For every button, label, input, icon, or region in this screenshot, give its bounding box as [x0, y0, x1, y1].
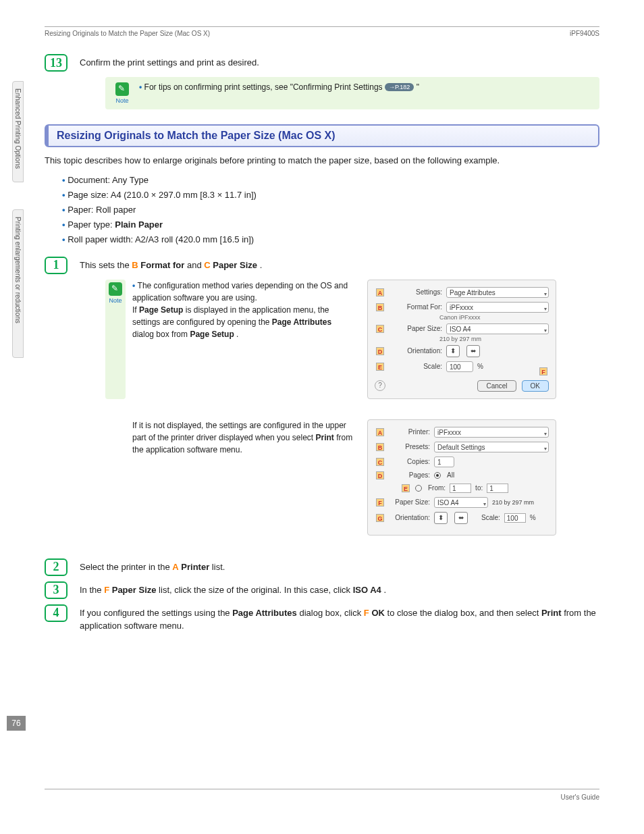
note-block-13: Note For tips on confirming print settin… — [105, 77, 599, 109]
d2-copies-field[interactable]: 1 — [434, 457, 454, 467]
s3-b: Paper Size — [112, 585, 157, 595]
print-dialog: A Printer: iPFxxxx▾ B Presets: Default S… — [367, 419, 556, 536]
header-left: Resizing Originals to Match the Paper Si… — [45, 30, 210, 37]
d2-paper-dim: 210 by 297 mm — [492, 499, 534, 506]
spec-2: Page size: A4 (210.0 × 297.0 mm [8.3 × 1… — [68, 190, 257, 200]
s1-format-for: Format for — [140, 260, 184, 270]
help-button[interactable]: ? — [375, 380, 385, 391]
footer-rule — [45, 789, 599, 789]
spec-4b: Plain Paper — [115, 219, 163, 230]
marker-F-s3: F — [104, 585, 109, 595]
d1-settings-field[interactable]: Page Attributes▾ — [446, 287, 549, 298]
s4-c: dialog box, click — [299, 608, 363, 618]
step-1: 1 This sets the B Format for and C Paper… — [45, 257, 599, 274]
d2-paper-label: Paper Size: — [390, 498, 430, 506]
marker-G-d2: G — [376, 514, 384, 522]
d2-presets-label: Presets: — [390, 443, 430, 450]
s3-a: In the — [80, 585, 104, 595]
header-right: iPF9400S — [570, 30, 599, 37]
updown-icon: ▾ — [544, 325, 547, 336]
step-number-3: 3 — [45, 581, 68, 599]
d2-pages-label: Pages: — [390, 471, 430, 479]
s4-a: If you configured the settings using the — [80, 608, 232, 618]
orient-landscape-button[interactable]: ⬌ — [466, 345, 480, 357]
step-number-13: 13 — [45, 54, 68, 72]
marker-A-s2: A — [172, 562, 178, 572]
step-2: 2 Select the printer in the A Printer li… — [45, 558, 599, 576]
cancel-button[interactable]: Cancel — [477, 380, 516, 392]
marker-C-d2: C — [376, 458, 384, 466]
d2-to-field[interactable]: 1 — [487, 484, 508, 493]
d2-from-field[interactable]: 1 — [450, 484, 471, 493]
d2-scale-field[interactable]: 100 — [504, 513, 526, 523]
page-setup-dialog: A Settings: Page Attributes▾ B Format Fo… — [367, 280, 556, 399]
d2-presets-field[interactable]: Default Settings▾ — [434, 442, 549, 452]
d1-paper-field[interactable]: ISO A4▾ — [446, 323, 549, 334]
side-tab-enhanced[interactable]: Enhanced Printing Options — [12, 81, 24, 182]
s1-note1b-b: Page Setup — [139, 305, 183, 315]
s3-d: ISO A4 — [353, 585, 381, 595]
s1-note2b: Print — [315, 433, 333, 442]
d2-all: All — [447, 471, 454, 479]
s1-note1a: The configuration method varies dependin… — [132, 281, 348, 303]
s1-note1b-g: . — [236, 330, 238, 339]
header-rule — [45, 26, 599, 27]
s4-f: Print — [541, 608, 562, 618]
sidebar: Enhanced Printing Options Printing enlar… — [0, 0, 27, 834]
d1-format-field[interactable]: iPFxxxx▾ — [446, 302, 549, 313]
orient-portrait-button[interactable]: ⬍ — [446, 345, 460, 357]
d1-pct: % — [477, 363, 483, 370]
marker-E-d1: E — [376, 363, 384, 371]
step-13: 13 Confirm the print settings and print … — [45, 54, 599, 72]
d2-copies-label: Copies: — [390, 458, 430, 465]
s1-and: and — [187, 260, 204, 270]
marker-F-d2: F — [376, 498, 384, 506]
radio-all[interactable] — [434, 472, 441, 479]
orient-landscape-button[interactable]: ⬌ — [454, 512, 468, 524]
marker-A-d2: A — [376, 428, 384, 436]
s4-d: OK — [371, 608, 385, 618]
spec-list: Document: Any Type Page size: A4 (210.0 … — [62, 173, 599, 247]
d1-format-sub: Canon iPFxxxx — [439, 314, 549, 321]
d2-printer-field[interactable]: iPFxxxx▾ — [434, 427, 549, 438]
s1-paper-size: Paper Size — [213, 260, 257, 270]
ok-button[interactable]: OK — [522, 380, 549, 392]
marker-A-d1: A — [376, 288, 384, 296]
note-caption: Note — [109, 297, 122, 304]
marker-D-d2: D — [376, 471, 384, 479]
marker-F-s4: F — [364, 608, 369, 618]
note-13-suffix: " — [417, 82, 419, 92]
d1-paper-sub: 210 by 297 mm — [439, 336, 549, 342]
marker-D-d1: D — [376, 347, 384, 355]
d2-orient-label: Orientation: — [390, 514, 430, 521]
updown-icon: ▾ — [544, 429, 547, 440]
d1-format-label: Format For: — [390, 303, 442, 311]
s4-e: to close the dialog box, and then select — [387, 608, 541, 618]
side-tab-enlargements[interactable]: Printing enlargements or reductions — [12, 209, 24, 358]
radio-from[interactable] — [415, 485, 422, 492]
orient-portrait-button[interactable]: ⬍ — [434, 512, 448, 524]
step-13-text: Confirm the print settings and print as … — [80, 54, 599, 70]
note-13-text: For tips on confirming print settings, s… — [144, 82, 385, 92]
s1-note2a: If it is not displayed, the settings are… — [132, 421, 346, 442]
d2-scale-label: Scale: — [481, 514, 500, 521]
marker-B-d2: B — [376, 443, 384, 451]
note-bullet — [139, 82, 144, 92]
s4-b: Page Attributes — [232, 608, 297, 618]
s2-c: list. — [212, 562, 225, 572]
s1-note1b-e: dialog box from — [132, 330, 190, 339]
d1-orient-label: Orientation: — [390, 347, 442, 355]
s1-end: . — [260, 260, 263, 270]
d2-paper-field[interactable]: ISO A4▾ — [434, 497, 488, 508]
note-icon — [115, 82, 129, 96]
d1-settings-label: Settings: — [390, 288, 442, 296]
d2-pct: % — [530, 514, 536, 521]
spec-5: Roll paper width: A2/A3 roll (420.0 mm [… — [68, 234, 254, 244]
d1-scale-field[interactable]: 100 — [446, 361, 473, 372]
d2-from-label: From: — [428, 484, 446, 492]
xref-p182[interactable]: →P.182 — [385, 83, 414, 91]
note-caption: Note — [115, 97, 128, 104]
footer-right: User's Guide — [561, 793, 600, 801]
updown-icon: ▾ — [544, 444, 547, 454]
d1-paper-label: Paper Size: — [390, 325, 442, 332]
